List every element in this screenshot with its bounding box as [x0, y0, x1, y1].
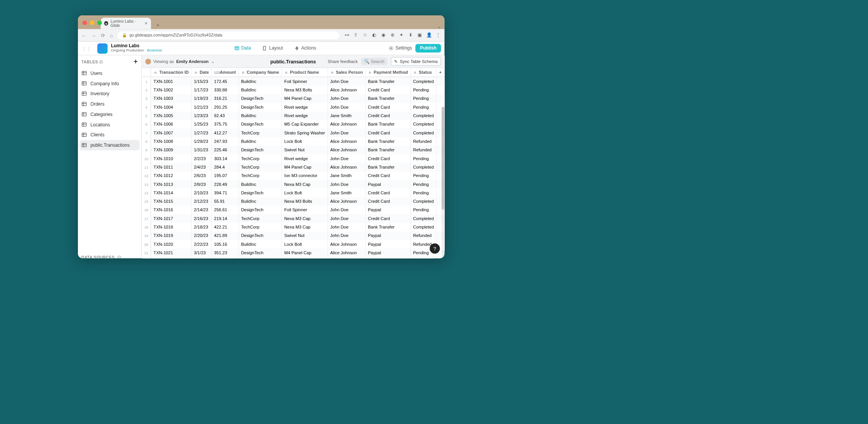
cell[interactable]: DesignTech [239, 120, 282, 128]
sidebar-table-item[interactable]: Categories [78, 109, 141, 119]
cell[interactable]: 414.27 [211, 257, 238, 258]
cell[interactable]: Nexa M3 Cap [282, 214, 328, 223]
cell[interactable]: Completed [411, 120, 436, 128]
info-icon[interactable]: i [99, 60, 103, 63]
cell[interactable]: TXN-1001 [151, 77, 191, 86]
close-tab-icon[interactable]: × [145, 20, 148, 26]
cell[interactable]: Pending [411, 206, 436, 214]
cell[interactable]: Credit Card [366, 103, 411, 111]
cell[interactable]: 2/12/23 [191, 197, 211, 205]
cell[interactable]: TXN-1021 [151, 248, 191, 257]
cell[interactable]: Alice Johnson [328, 240, 365, 248]
forward-button[interactable]: → [91, 32, 96, 38]
table-row[interactable]: 16TXN-10162/14/23256.61DesignTechFoil Sp… [142, 206, 445, 214]
sync-schema-button[interactable]: ✎ Sync Table Schema [391, 57, 441, 66]
cell[interactable]: John Doe [328, 154, 365, 163]
cell[interactable]: Alice Johnson [328, 146, 365, 154]
cell[interactable]: 1/15/23 [191, 77, 211, 86]
tab-data[interactable]: Data [232, 45, 253, 52]
cell[interactable]: TXN-1022 [151, 257, 191, 258]
cell[interactable]: Completed [411, 129, 436, 137]
tab-actions[interactable]: Actions [292, 45, 318, 52]
table-row[interactable]: 11TXN-10112/4/23284.4TechCorpM4 Panel Ca… [142, 163, 445, 171]
column-header[interactable]: AStatus [411, 68, 436, 77]
maximize-window-button[interactable] [97, 20, 102, 25]
cell[interactable]: Paypal [366, 231, 411, 240]
browser-tab[interactable]: ◈ Lumino Labs · Glide × [101, 18, 151, 29]
cell[interactable]: Rivet wedge [282, 154, 328, 163]
cell[interactable]: TXN-1013 [151, 180, 191, 189]
cell[interactable]: Ion M3 connector [282, 171, 328, 180]
cell[interactable]: TechCorp [239, 214, 282, 223]
ext3-icon[interactable]: ⊕ [389, 32, 395, 38]
cell[interactable]: Credit Card [366, 171, 411, 180]
cell[interactable]: TechCorp [239, 171, 282, 180]
cell[interactable]: 55.91 [211, 197, 238, 205]
cell[interactable]: Foil Spinner [282, 206, 328, 214]
table-row[interactable]: 6TXN-10061/25/23375.75DesignTechM5 Cap E… [142, 120, 445, 128]
cell[interactable]: M4 Panel Cap [282, 248, 328, 257]
column-header[interactable]: ATransaction ID [151, 68, 191, 77]
table-row[interactable]: 4TXN-10041/21/23291.25DesignTechRivet we… [142, 103, 445, 111]
cell[interactable]: Refunded [411, 231, 436, 240]
table-row[interactable]: 22TXN-10223/3/23414.27TechCorpSwivel Fas… [142, 257, 445, 258]
info-icon[interactable]: i [117, 255, 121, 258]
table-row[interactable]: 20TXN-10202/22/23105.16BuildIncLock Bolt… [142, 240, 445, 248]
share-feedback-link[interactable]: Share feedback [328, 59, 358, 64]
cell[interactable]: BuildInc [239, 77, 282, 86]
cell[interactable]: Credit Card [366, 189, 411, 197]
profile-icon[interactable]: 👤 [426, 32, 432, 38]
cell[interactable]: Pending [411, 86, 436, 94]
cell[interactable]: DesignTech [239, 103, 282, 111]
table-row[interactable]: 13TXN-10132/8/23228.49BuildIncNexa M3 Ca… [142, 180, 445, 189]
cell[interactable]: TechCorp [239, 257, 282, 258]
cell[interactable]: Credit Card [366, 197, 411, 205]
drag-handle-icon[interactable]: ⋮⋮ [81, 45, 92, 51]
cell[interactable]: 172.45 [211, 77, 238, 86]
cell[interactable]: John Doe [328, 129, 365, 137]
cell[interactable]: TechCorp [239, 163, 282, 171]
cell[interactable]: 1/17/23 [191, 86, 211, 94]
cell[interactable]: Pending [411, 154, 436, 163]
column-header[interactable]: ACompany Name [239, 68, 282, 77]
cell[interactable]: 351.23 [211, 248, 238, 257]
cell[interactable]: Alice Johnson [328, 86, 365, 94]
cell[interactable]: 225.46 [211, 146, 238, 154]
cell[interactable]: Bank Transfer [366, 163, 411, 171]
cell[interactable]: John Doe [328, 214, 365, 223]
cell[interactable]: Strato Spring Washer [282, 129, 328, 137]
cell[interactable]: 2/2/23 [191, 154, 211, 163]
cell[interactable]: BuildInc [239, 240, 282, 248]
cell[interactable]: Refunded [411, 137, 436, 146]
cell[interactable]: Alice Johnson [328, 120, 365, 128]
cell[interactable]: 247.93 [211, 137, 238, 146]
scrollbar-thumb[interactable] [442, 107, 444, 210]
cell[interactable]: John Doe [328, 77, 365, 86]
cell[interactable]: Completed [411, 223, 436, 231]
cell[interactable]: Alice Johnson [328, 163, 365, 171]
sidebar-table-item[interactable]: Inventory [78, 88, 141, 99]
cell[interactable]: 1/27/23 [191, 129, 211, 137]
cell[interactable]: Credit Card [366, 111, 411, 120]
column-header[interactable]: 123Amount [211, 68, 238, 77]
cell[interactable]: Alice Johnson [328, 137, 365, 146]
panel-icon[interactable]: ▣ [417, 32, 423, 38]
cell[interactable]: TXN-1004 [151, 103, 191, 111]
cell[interactable]: Swivel Nut [282, 231, 328, 240]
cell[interactable]: Rivet wedge [282, 103, 328, 111]
cell[interactable]: 219.14 [211, 214, 238, 223]
settings-button[interactable]: Settings [389, 46, 412, 51]
cell[interactable]: DesignTech [239, 94, 282, 103]
add-table-button[interactable]: + [134, 58, 138, 66]
cell[interactable]: DesignTech [239, 206, 282, 214]
cell[interactable]: 2/20/23 [191, 231, 211, 240]
cell[interactable]: 330.88 [211, 86, 238, 94]
cell[interactable]: John Doe [328, 206, 365, 214]
publish-button[interactable]: Publish [416, 44, 441, 52]
cell[interactable]: John Doe [328, 223, 365, 231]
cell[interactable]: DesignTech [239, 231, 282, 240]
scrollbar-vertical[interactable] [442, 107, 444, 258]
app-title-block[interactable]: Lumino Labs Ongoing Production · Busines… [97, 43, 162, 53]
cell[interactable]: Credit Card [366, 154, 411, 163]
home-button[interactable]: ⌂ [110, 32, 113, 38]
